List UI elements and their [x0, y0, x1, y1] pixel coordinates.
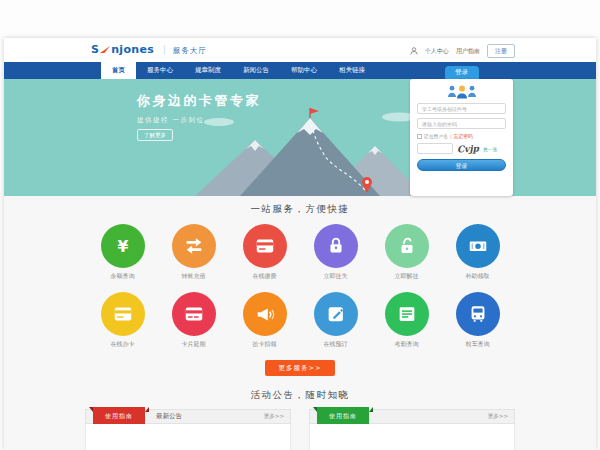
- logo-text-prefix: S: [91, 43, 99, 56]
- login-id-input[interactable]: [417, 103, 506, 114]
- remember-label: 记住用户名: [424, 133, 448, 139]
- nav-item-rules[interactable]: 规章制度: [184, 62, 232, 79]
- captcha-input[interactable]: [417, 143, 453, 154]
- list-icon: [396, 303, 418, 325]
- logo-divider: |: [163, 45, 166, 54]
- panel-tab-bar: 使用指南 更多>>: [309, 409, 515, 424]
- service-online-payment[interactable]: 在线缴费: [229, 224, 300, 281]
- bus-icon: [467, 303, 489, 325]
- service-transfer-recharge[interactable]: 转账充值: [158, 224, 229, 281]
- service-online-card[interactable]: 在线办卡: [87, 292, 158, 349]
- service-bus-query[interactable]: 校车查询: [442, 292, 513, 349]
- svg-text:¥: ¥: [117, 238, 128, 256]
- mountain-illustration: [185, 106, 425, 196]
- nav-item-news[interactable]: 新闻公告: [232, 62, 280, 79]
- user-guide-link[interactable]: 用户指南: [456, 47, 480, 56]
- service-report-loss[interactable]: 立即挂失: [300, 224, 371, 281]
- guide-panel-left: 使用指南 最新公告 更多>>: [85, 409, 291, 450]
- nav-item-service-center[interactable]: 服务中心: [136, 62, 184, 79]
- panel-body-left: [85, 424, 291, 450]
- services-title: 一站服务，方便快捷: [4, 203, 596, 216]
- tab-usage-guide-left[interactable]: 使用指南: [93, 407, 145, 424]
- hero-banner: 你身边的卡管专家 提供捷径 一步到位 了解更多: [4, 79, 596, 196]
- users-icon: [446, 84, 478, 99]
- page: S njones | 服务大厅 个人中心 用户指南 注册 首页 服务中心 规章制…: [4, 38, 596, 450]
- remember-checkbox[interactable]: [417, 134, 422, 139]
- edit-icon: [325, 303, 347, 325]
- logo-arrow-icon: [100, 45, 110, 54]
- change-captcha-link[interactable]: 换一张: [483, 146, 497, 152]
- services-row-2: 在线办卡 卡片延期 拾卡招领 在线预订 考勤查询 校车查询: [85, 292, 515, 349]
- banknote-icon: [467, 235, 489, 257]
- more-link-right[interactable]: 更多>>: [488, 413, 514, 420]
- transfer-icon: [183, 235, 205, 257]
- service-subsidy-collect[interactable]: 补助领取: [442, 224, 513, 281]
- login-password-input[interactable]: [417, 118, 506, 129]
- card-icon: [254, 235, 276, 257]
- card-icon: [183, 303, 205, 325]
- unlock-icon: [396, 235, 418, 257]
- megaphone-icon: [254, 303, 276, 325]
- captcha-image[interactable]: Cvjp: [457, 143, 479, 154]
- panel-body-right: [309, 424, 515, 450]
- service-card-extension[interactable]: 卡片延期: [158, 292, 229, 349]
- panel-tab-bar: 使用指南 最新公告 更多>>: [85, 409, 291, 424]
- remember-divider: |: [450, 134, 452, 139]
- logo-text-suffix: njones: [111, 43, 154, 56]
- announcement-panels: 使用指南 最新公告 更多>> 使用指南 更多>>: [85, 409, 515, 450]
- card-icon: [112, 303, 134, 325]
- login-submit-button[interactable]: 登录: [417, 159, 506, 171]
- logo[interactable]: S njones | 服务大厅: [91, 43, 207, 56]
- banner-cta-button[interactable]: 了解更多: [137, 129, 173, 141]
- guide-panel-right: 使用指南 更多>>: [309, 409, 515, 450]
- lower-sections: 一站服务，方便快捷 ¥ 余额查询 转账充值 在线缴费 立即挂失 立即解挂: [4, 196, 596, 450]
- nav-item-links[interactable]: 相关链接: [328, 62, 376, 79]
- tab-latest-news[interactable]: 最新公告: [156, 412, 182, 421]
- more-services-button[interactable]: 更多服务>>: [265, 360, 336, 376]
- forgot-password-link[interactable]: 忘记密码: [454, 133, 473, 139]
- top-header: S njones | 服务大厅 个人中心 用户指南 注册: [4, 38, 596, 62]
- user-icon: [410, 47, 418, 55]
- tab-usage-guide-right[interactable]: 使用指南: [317, 407, 369, 424]
- services-row-1: ¥ 余额查询 转账充值 在线缴费 立即挂失 立即解挂 补助领取: [85, 224, 515, 281]
- personal-center-link[interactable]: 个人中心: [425, 47, 449, 56]
- nav-item-help[interactable]: 帮助中心: [280, 62, 328, 79]
- nav-item-home[interactable]: 首页: [101, 62, 136, 79]
- login-tab[interactable]: 登录: [445, 66, 479, 79]
- more-link-left[interactable]: 更多>>: [264, 413, 290, 420]
- yen-icon: ¥: [112, 235, 134, 257]
- announcements-title: 活动公告，随时知晓: [4, 389, 596, 402]
- service-cancel-loss[interactable]: 立即解挂: [371, 224, 442, 281]
- service-found-card[interactable]: 拾卡招领: [229, 292, 300, 349]
- lock-icon: [325, 235, 347, 257]
- register-button[interactable]: 注册: [487, 44, 515, 58]
- service-balance-query[interactable]: ¥ 余额查询: [87, 224, 158, 281]
- site-name: 服务大厅: [173, 44, 207, 56]
- login-panel: 登录 记住用户名 |: [410, 66, 513, 196]
- service-attendance-query[interactable]: 考勤查询: [371, 292, 442, 349]
- service-online-booking[interactable]: 在线预订: [300, 292, 371, 349]
